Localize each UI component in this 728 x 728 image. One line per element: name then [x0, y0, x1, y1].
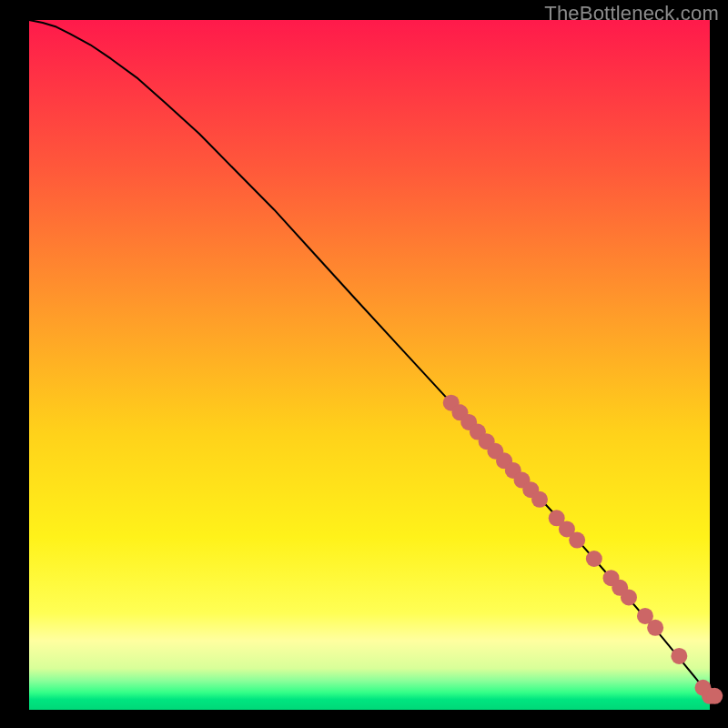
marker-dot — [706, 688, 723, 704]
chart-stage: TheBottleneck.com — [0, 0, 728, 728]
marker-dot — [647, 620, 663, 636]
marker-dot — [586, 551, 602, 567]
marker-dot — [621, 589, 637, 605]
watermark-text: TheBottleneck.com — [544, 2, 719, 25]
marker-dot — [531, 491, 548, 508]
marker-dot — [671, 648, 687, 664]
chart-background — [29, 20, 710, 710]
chart-svg — [0, 0, 728, 728]
marker-dot — [569, 532, 585, 549]
